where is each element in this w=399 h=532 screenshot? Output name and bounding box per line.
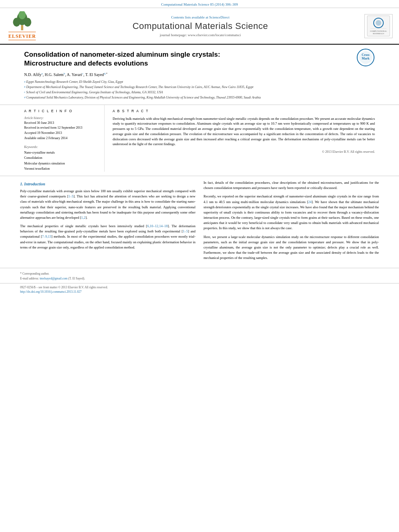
- svg-point-3: [24, 18, 31, 27]
- article-info-abstract-section: A R T I C L E I N F O Article history: R…: [0, 105, 399, 177]
- email-label: E-mail address:: [20, 277, 39, 280]
- body-left-column: 1. Introduction Poly-crystalline materia…: [20, 180, 195, 264]
- body-right-column: In fact, details of the consolidation pr…: [204, 180, 379, 264]
- journal-logo-right: COMPUTATIONAL MATERIALS: [360, 14, 393, 38]
- email-note: E-mail address: tmelsayed@gmail.com (T. …: [20, 276, 379, 281]
- affil-d: d Computational Solid Mechanics Laborato…: [24, 95, 375, 100]
- journal-logo-icon: COMPUTATIONAL MATERIALS: [366, 15, 391, 37]
- keywords-section: Keywords: Nano-crystalline metals Consol…: [24, 145, 96, 172]
- article-title-section: Cross Mark Consolidation of nanometer-si…: [0, 45, 399, 105]
- journal-homepage: journal homepage: www.elsevier.com/locat…: [40, 33, 360, 37]
- journal-header: ELSEVIER Contents lists available at Sci…: [0, 8, 399, 45]
- journal-citation-bar: Computational Materials Science 85 (2014…: [0, 0, 399, 8]
- elsevier-logo: ELSEVIER: [4, 11, 40, 41]
- copyright: © 2013 Elsevier B.V. All rights reserved…: [113, 150, 375, 154]
- corresponding-author-note: * Corresponding author.: [20, 271, 379, 276]
- journal-logo-box: COMPUTATIONAL MATERIALS: [364, 14, 393, 38]
- revised-date: Received in revised form 12 September 20…: [24, 125, 96, 131]
- affil-c: c School of Civil and Environmental Engi…: [24, 90, 375, 95]
- body-para-1: Poly-crystalline materials with average …: [20, 189, 195, 220]
- svg-text:COMPUTATIONAL: COMPUTATIONAL: [370, 30, 387, 32]
- authors-line: N.D. Afifya, H.G. Salemb, A. Yavaric, T.…: [24, 72, 375, 77]
- history-label: Article history:: [24, 116, 96, 120]
- article-title-line2: Microstructure and defects evolutions: [24, 60, 148, 67]
- svg-point-7: [376, 20, 381, 26]
- received-date: Received 30 June 2013: [24, 121, 96, 126]
- body-para-3: In fact, details of the consolidation pr…: [204, 180, 379, 191]
- email-name: (T. El Sayed).: [68, 277, 85, 280]
- author-elsayed: T. El Sayed: [85, 73, 104, 77]
- corresponding-label: * Corresponding author.: [20, 272, 49, 275]
- section1-heading: 1. Introduction: [20, 182, 195, 186]
- elsevier-label: ELSEVIER: [8, 33, 36, 39]
- svg-rect-0: [21, 25, 23, 31]
- abstract-column: A B S T R A C T Deriving bulk materials …: [105, 105, 375, 172]
- contents-available: Contents lists available at ScienceDirec…: [40, 15, 360, 19]
- svg-point-2: [13, 18, 20, 27]
- article-history: Article history: Received 30 June 2013 R…: [24, 116, 96, 141]
- contents-text: Contents lists available at: [171, 15, 208, 19]
- keyword-1: Nano-crystalline metals: [24, 150, 96, 156]
- keyword-3: Molecular dynamics simulation: [24, 161, 96, 166]
- available-date: Available online 2 February 2014: [24, 136, 96, 141]
- svg-text:Cross: Cross: [362, 53, 369, 57]
- keyword-4: Voronoi tessellation: [24, 166, 96, 172]
- affil-b-text: Department of Mechanical Engineering, Th…: [26, 85, 253, 90]
- elsevier-tree-icon: [8, 11, 36, 31]
- page: Computational Materials Science 85 (2014…: [0, 0, 399, 532]
- body-para-4: Recently, we reported on the superior me…: [204, 194, 379, 231]
- body-para-5: Here, we present a large-scale molecular…: [204, 234, 379, 261]
- affil-c-text: School of Civil and Environmental Engine…: [26, 90, 163, 95]
- email-link[interactable]: tmelsayed@gmail.com: [40, 277, 68, 280]
- bottom-bar: 0927-0256/$ – see front matter © 2013 El…: [0, 283, 399, 296]
- accepted-date: Accepted 19 November 2013: [24, 131, 96, 136]
- article-info-column: A R T I C L E I N F O Article history: R…: [24, 105, 105, 172]
- affil-d-text: Computational Solid Mechanics Laboratory…: [26, 95, 261, 100]
- article-title: Consolidation of nanometer-sized aluminu…: [24, 50, 375, 68]
- svg-text:Mark: Mark: [362, 57, 370, 60]
- doi-link[interactable]: http://dx.doi.org/10.1016/j.commatsci.20…: [20, 290, 82, 294]
- article-title-line1: Consolidation of nanometer-sized aluminu…: [24, 51, 220, 58]
- abstract-text: Deriving bulk materials with ultra-high …: [113, 116, 375, 147]
- abstract-label: A B S T R A C T: [113, 109, 375, 113]
- keyword-2: Consolidation: [24, 155, 96, 161]
- issn-line: 0927-0256/$ – see front matter © 2013 El…: [20, 285, 379, 290]
- affil-a-text: Egypt Nanotechnology Research Center, El…: [26, 80, 123, 84]
- affil-a: a Egypt Nanotechnology Research Center, …: [24, 80, 375, 84]
- article-info-label: A R T I C L E I N F O: [24, 109, 96, 113]
- affil-b: b Department of Mechanical Engineering, …: [24, 85, 375, 90]
- keywords-label: Keywords:: [24, 145, 96, 149]
- author-afify: N.D. Afify: [24, 73, 41, 77]
- science-direct-link[interactable]: ScienceDirect: [209, 15, 229, 19]
- affiliations: a Egypt Nanotechnology Research Center, …: [24, 80, 375, 100]
- body-section: 1. Introduction Poly-crystalline materia…: [0, 176, 399, 268]
- author-yavari: A. Yavari: [67, 73, 82, 77]
- journal-name: Computational Materials Science: [40, 21, 360, 31]
- footer-section: * Corresponding author. E-mail address: …: [0, 268, 399, 283]
- author-salem: H.G. Salem: [45, 73, 64, 77]
- journal-citation: Computational Materials Science 85 (2014…: [161, 2, 238, 6]
- crossmark-badge: Cross Mark: [356, 48, 375, 68]
- doi-line: http://dx.doi.org/10.1016/j.commatsci.20…: [20, 290, 379, 294]
- svg-text:MATERIALS: MATERIALS: [373, 33, 384, 35]
- body-para-2: The mechanical properties of single meta…: [20, 224, 195, 250]
- journal-title-block: Contents lists available at ScienceDirec…: [40, 15, 360, 37]
